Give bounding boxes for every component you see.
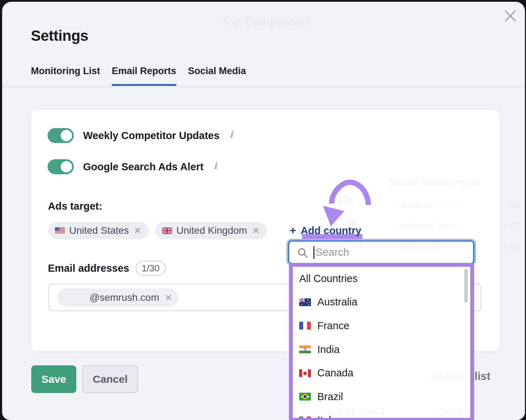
settings-modal: Settings Monitoring ListEmail ReportsSoc…	[2, 2, 525, 420]
close-icon	[504, 9, 517, 23]
remove-country-icon[interactable]: ✕	[134, 226, 142, 235]
br-flag-icon	[299, 393, 311, 400]
gb-flag-icon	[162, 227, 172, 234]
remove-country-icon[interactable]: ✕	[252, 226, 260, 235]
info-icon[interactable]: i	[230, 129, 233, 140]
plus-icon: +	[290, 224, 296, 237]
ghost-text: Top Competitors	[221, 15, 312, 28]
country-option-canada[interactable]: Canada	[293, 361, 470, 385]
remove-email-icon[interactable]: ✕	[165, 293, 172, 302]
text-caret	[313, 246, 314, 259]
ads-target-chips: United States✕United Kingdom✕	[48, 222, 267, 239]
toggle-label: Google Search Ads Alert	[83, 161, 204, 173]
country-option-label: Brazil	[317, 391, 343, 403]
country-option-brazil[interactable]: Brazil	[293, 385, 470, 409]
ghost-text: 65	[509, 199, 520, 210]
tab-bar: Monitoring ListEmail ReportsSocial Media	[31, 66, 246, 86]
tab-monitoring-list[interactable]: Monitoring List	[31, 66, 100, 86]
country-option-label: France	[317, 320, 349, 332]
country-option-italy[interactable]: Italy	[293, 409, 470, 420]
info-icon[interactable]: i	[214, 160, 217, 171]
toggle-row-weekly-updates: Weekly Competitor Updates i	[48, 128, 233, 143]
email-chip[interactable]: @semrush.com ✕	[57, 288, 179, 307]
country-option-australia[interactable]: Australia	[293, 291, 470, 314]
tab-email-reports[interactable]: Email Reports	[112, 66, 176, 86]
add-country-link[interactable]: + Add country	[290, 224, 361, 237]
ghost-text: 62	[509, 220, 520, 232]
country-option-india[interactable]: India	[293, 338, 470, 361]
in-flag-icon	[299, 346, 311, 353]
country-search-input[interactable]	[316, 243, 468, 261]
add-country-label: Add country	[301, 225, 361, 237]
country-option-label: India	[317, 344, 340, 355]
chip-label: United States	[69, 225, 129, 236]
us-flag-icon	[55, 227, 65, 234]
country-option-label: Australia	[317, 296, 357, 308]
country-option-france[interactable]: France	[293, 314, 470, 338]
dropdown-scrollbar[interactable]	[464, 269, 468, 303]
email-addresses-label: Email addresses	[48, 262, 129, 274]
header-shadow	[2, 86, 525, 89]
country-list: All CountriesAustraliaFranceIndiaCanadaB…	[293, 267, 470, 420]
ca-flag-icon	[299, 369, 311, 377]
country-chip-us[interactable]: United States✕	[48, 222, 149, 239]
country-option-label: Italy	[317, 414, 336, 420]
email-chip-label: @semrush.com	[89, 292, 159, 303]
weekly-updates-toggle[interactable]	[48, 128, 74, 143]
it-flag-icon	[299, 416, 311, 420]
search-icon	[297, 247, 308, 259]
save-button[interactable]: Save	[31, 365, 76, 393]
close-button[interactable]	[502, 7, 519, 24]
fr-flag-icon	[299, 322, 311, 330]
email-counter-badge: 1/30	[136, 261, 166, 276]
search-ads-alert-toggle[interactable]	[48, 159, 74, 174]
country-option-label: Canada	[317, 367, 354, 379]
ghost-text: list	[475, 370, 491, 383]
country-option-label: All Countries	[299, 273, 357, 284]
ghost-text: 61	[509, 241, 520, 252]
country-chip-gb[interactable]: United Kingdom✕	[155, 222, 267, 239]
toggle-label: Weekly Competitor Updates	[83, 130, 220, 142]
ads-target-label: Ads target:	[48, 200, 102, 212]
au-flag-icon	[299, 298, 311, 306]
country-dropdown: All CountriesAustraliaFranceIndiaCanadaB…	[289, 263, 474, 420]
country-search-box	[288, 241, 474, 264]
country-option-all-countries[interactable]: All Countries	[293, 267, 470, 291]
chip-label: United Kingdom	[176, 225, 247, 236]
toggle-row-search-ads-alert: Google Search Ads Alert i	[48, 159, 217, 174]
cancel-button[interactable]: Cancel	[82, 365, 138, 393]
email-addresses-row: Email addresses 1/30	[48, 261, 166, 276]
page-title: Settings	[31, 27, 88, 44]
tab-social-media[interactable]: Social Media	[188, 66, 246, 86]
